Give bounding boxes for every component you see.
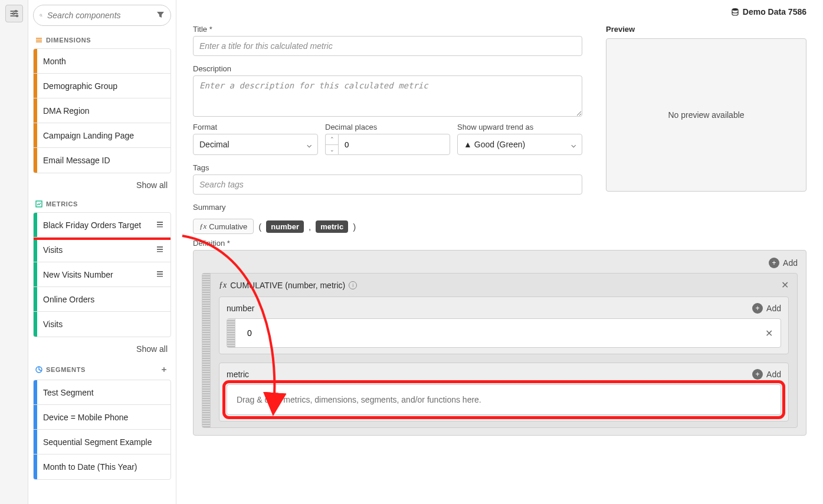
svg-point-1	[12, 13, 14, 15]
trend-label: Show upward trend as	[457, 123, 582, 131]
slot-metric-add[interactable]: +Add	[752, 369, 781, 380]
summary-arg-number: number	[266, 220, 304, 233]
left-rail	[0, 0, 28, 504]
svg-rect-12	[157, 271, 163, 272]
svg-rect-7	[157, 224, 163, 225]
component-search[interactable]	[33, 5, 171, 26]
segment-item[interactable]: Sequential Segment Example	[34, 430, 170, 454]
dimensions-showall[interactable]: Show all	[33, 180, 168, 190]
definition-label: Definition	[193, 239, 806, 248]
database-icon	[731, 8, 739, 16]
definition-add-label: Add	[783, 258, 798, 268]
metrics-icon	[35, 200, 42, 207]
svg-line-4	[41, 16, 42, 17]
definition-add-button[interactable]: +	[769, 258, 779, 268]
svg-point-16	[732, 8, 738, 11]
drag-handle[interactable]	[227, 319, 235, 347]
segment-item[interactable]: Device = Mobile Phone	[34, 405, 170, 430]
dimensions-list: Month Demographic Group DMA Region Campa…	[33, 48, 171, 173]
filter-icon[interactable]	[156, 11, 165, 21]
fx-icon: ƒx	[219, 281, 227, 290]
dimension-item[interactable]: Demographic Group	[34, 74, 170, 98]
svg-rect-11	[157, 251, 163, 252]
segment-item[interactable]: Month to Date (This Year)	[34, 454, 170, 479]
decimal-label: Decimal places	[325, 123, 450, 131]
dimension-item[interactable]: Month	[34, 49, 170, 74]
chevron-down-icon: ⌵	[307, 140, 312, 149]
function-title: CUMULATIVE (number, metric)	[230, 281, 345, 290]
metrics-heading: METRICS	[35, 200, 169, 207]
summary-fn-chip: ƒxCumulative	[193, 219, 254, 234]
summary-label: Summary	[193, 203, 582, 212]
svg-rect-10	[157, 249, 163, 250]
function-block-cumulative[interactable]: ƒx CUMULATIVE (number, metric) i ✕ numbe…	[202, 273, 798, 428]
summary-expression: ƒxCumulative ( number , metric )	[193, 219, 582, 234]
metric-drop-target[interactable]: Drag & drop metrics, dimensions, segment…	[227, 384, 781, 415]
close-icon[interactable]: ✕	[781, 279, 789, 291]
panel-toggle-button[interactable]	[5, 5, 23, 22]
calculated-metric-icon	[156, 270, 163, 279]
segments-icon	[35, 366, 42, 373]
description-label: Description	[193, 64, 582, 73]
format-select[interactable]: Decimal ⌵	[193, 134, 318, 155]
chevron-down-icon: ⌵	[571, 140, 576, 149]
trend-select[interactable]: ▲ Good (Green) ⌵	[457, 134, 582, 155]
drag-handle[interactable]	[202, 274, 211, 427]
datasource-indicator[interactable]: Demo Data 7586	[193, 7, 806, 17]
description-input[interactable]	[193, 75, 582, 117]
title-label: Title	[193, 25, 582, 34]
format-label: Format	[193, 123, 318, 131]
svg-rect-9	[157, 246, 163, 248]
slot-number: number +Add ✕	[219, 297, 789, 354]
svg-rect-13	[157, 274, 163, 275]
definition-canvas[interactable]: + Add ƒx CUMULATIVE (number, metric) i ✕	[193, 250, 806, 436]
dimension-item[interactable]: DMA Region	[34, 98, 170, 123]
number-value-input[interactable]	[235, 319, 757, 347]
decimal-input[interactable]	[338, 134, 450, 155]
main-editor: Demo Data 7586 Title Description Format …	[176, 0, 823, 504]
segment-item[interactable]: Test Segment	[34, 380, 170, 405]
title-input[interactable]	[193, 36, 582, 56]
tags-label: Tags	[193, 163, 582, 172]
slot-metric-label: metric	[227, 370, 249, 379]
segments-list: Test Segment Device = Mobile Phone Seque…	[33, 380, 171, 480]
info-icon[interactable]: i	[349, 281, 357, 289]
dimensions-heading: DIMENSIONS	[35, 37, 169, 44]
svg-point-0	[15, 11, 17, 12]
metric-item-black-friday[interactable]: Black Friday Orders Target	[34, 213, 170, 238]
tags-input[interactable]	[193, 174, 582, 195]
slot-metric: metric +Add Drag & drop metrics, dimensi…	[219, 363, 789, 421]
dimension-item[interactable]: Email Message ID	[34, 148, 170, 173]
sliders-icon	[9, 9, 19, 18]
slot-number-label: number	[227, 304, 254, 313]
add-segment-button[interactable]: ＋	[160, 364, 169, 375]
search-input[interactable]	[47, 11, 152, 20]
slot-number-add[interactable]: +Add	[752, 303, 781, 314]
svg-rect-8	[157, 226, 163, 228]
metric-item[interactable]: New Visits Number	[34, 262, 170, 287]
metric-item[interactable]: Visits	[34, 238, 170, 262]
dimension-item[interactable]: Campaign Landing Page	[34, 123, 170, 148]
svg-rect-6	[157, 222, 163, 223]
svg-point-3	[40, 14, 42, 16]
stepper-up[interactable]: ⌃	[326, 134, 338, 145]
decimal-input-group[interactable]: ⌃ ⌄	[325, 134, 450, 155]
components-panel: DIMENSIONS Month Demographic Group DMA R…	[28, 0, 176, 504]
metrics-showall[interactable]: Show all	[33, 344, 168, 354]
svg-rect-14	[157, 276, 163, 277]
metrics-list: Black Friday Orders Target Visits New Vi…	[33, 212, 171, 337]
calculated-metric-icon	[156, 245, 163, 254]
calculated-metric-icon	[156, 220, 163, 229]
stepper-down[interactable]: ⌄	[326, 145, 338, 155]
clear-number-icon[interactable]: ✕	[757, 319, 781, 347]
preview-label: Preview	[606, 25, 806, 34]
preview-panel: No preview available	[606, 38, 806, 192]
dimensions-icon	[35, 37, 42, 44]
metric-item[interactable]: Online Orders	[34, 287, 170, 312]
summary-arg-metric: metric	[316, 220, 348, 233]
svg-point-2	[16, 15, 18, 17]
number-value-block[interactable]: ✕	[227, 318, 781, 348]
segments-heading: SEGMENTS ＋	[35, 364, 169, 375]
search-icon	[40, 11, 42, 20]
metric-item[interactable]: Visits	[34, 312, 170, 337]
